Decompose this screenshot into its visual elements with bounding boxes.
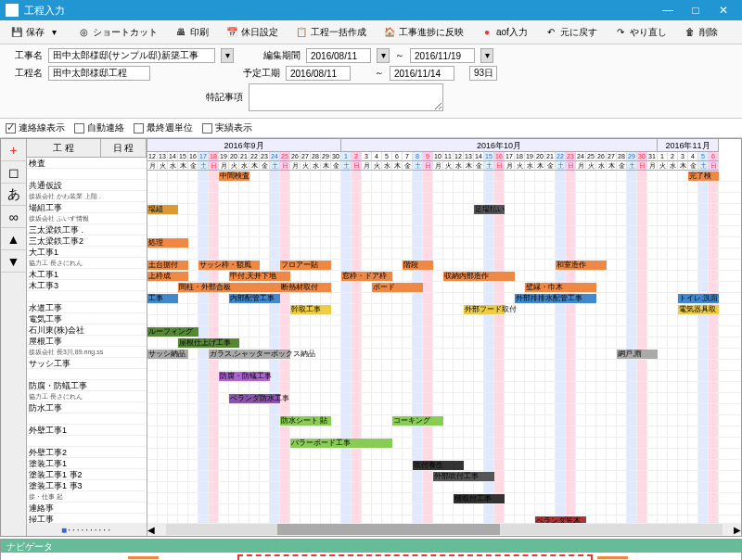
delete-button[interactable]: 🗑削除 — [677, 23, 724, 42]
schedule-field[interactable] — [48, 66, 150, 81]
gantt-bar[interactable]: 中間検査 — [219, 172, 249, 181]
reflect-button[interactable]: 🏠工事進捗に反映 — [377, 23, 470, 42]
plan-from-field[interactable] — [286, 66, 351, 81]
note-field[interactable] — [249, 83, 443, 111]
task-row[interactable]: 塗装工事1 — [27, 458, 147, 469]
task-row[interactable]: 場組工事 — [27, 202, 147, 213]
gantt-bar[interactable]: 和室造作 — [556, 261, 607, 270]
gantt-bar[interactable]: ベランダ笠木 — [535, 516, 586, 523]
navigator-body[interactable] — [1, 553, 741, 560]
gantt-bar[interactable]: 吹付養生 — [413, 461, 464, 470]
task-row[interactable] — [27, 169, 147, 180]
task-row[interactable]: 検査 — [27, 158, 147, 169]
undo-button[interactable]: ↶元に戻す — [538, 23, 604, 42]
task-row[interactable] — [27, 414, 147, 425]
task-row[interactable]: 電気工事 — [27, 313, 147, 325]
gantt-bar[interactable]: サッシ納品 — [147, 350, 188, 359]
gantt-bar[interactable]: バラーボード工事 — [290, 439, 392, 448]
task-row[interactable]: 塗装工事1 事3 — [27, 480, 147, 491]
task-row[interactable]: 三太梁鉄工事 . — [27, 224, 147, 235]
task-scroll-slider[interactable]: ■ ·········· — [27, 523, 147, 536]
gantt-bar[interactable]: ボード — [372, 283, 423, 292]
gantt-bar[interactable]: 内部配管工事 — [229, 294, 280, 303]
gantt-bar[interactable]: ガラス,シャッターボックス納品 — [209, 350, 290, 359]
gantt-bar[interactable]: 足場払い — [474, 205, 505, 214]
task-row[interactable]: 接坂会社 長3川,89.nng.ss — [27, 347, 147, 358]
gantt-bar[interactable]: サッシ枠・額風 — [198, 261, 260, 270]
batch-button[interactable]: 📋工程一括作成 — [288, 23, 373, 42]
col-schedule[interactable]: 日 程 — [101, 139, 147, 157]
gantt-bar[interactable]: 幹取工事 — [290, 305, 331, 314]
gantt-bar[interactable]: 防腐・防蟻工事 — [219, 372, 270, 381]
task-row[interactable]: 協力工 長さにれん — [27, 391, 147, 402]
gantt-bar[interactable]: 土台据付 — [147, 261, 188, 270]
gantt-bar[interactable]: 間柱・外部合板 — [178, 283, 280, 292]
move-down-button[interactable]: ▼ — [1, 250, 26, 273]
add-process-button[interactable]: + — [1, 139, 26, 161]
gantt-bar[interactable]: 外部フード取付 — [464, 305, 505, 314]
project-dropdown[interactable]: ▾ — [221, 48, 234, 63]
gantt-bar[interactable]: トイレ,洗面 — [678, 294, 719, 303]
gantt-bar[interactable]: 電気器具取 — [678, 305, 719, 314]
project-field[interactable] — [48, 48, 215, 63]
gantt-bar[interactable]: 樋取付工事 — [454, 494, 505, 503]
task-row[interactable]: サッシ工事 — [27, 358, 147, 369]
holiday-button[interactable]: 📅休日設定 — [219, 23, 285, 42]
edit-from-field[interactable] — [306, 48, 371, 63]
navigator-selection[interactable] — [237, 554, 593, 560]
gantt-bar[interactable]: 窓枠・ドア枠 — [341, 272, 392, 281]
task-row[interactable]: 接・仕事 起 — [27, 491, 147, 503]
task-row[interactable]: 大工事1 — [27, 247, 147, 258]
link-tool[interactable]: ∞ — [1, 206, 26, 228]
gantt-bar[interactable]: 防水シート 貼 — [280, 416, 331, 426]
gantt-hscrollbar[interactable]: ◀▶ — [147, 523, 741, 536]
gantt-bar[interactable]: 完了検 — [688, 172, 719, 181]
gantt-bar[interactable]: 上枠成 — [147, 272, 188, 281]
task-row[interactable]: 塗装工事1 事2 — [27, 469, 147, 480]
task-row[interactable]: 水道工事 — [27, 302, 147, 313]
plan-to-field[interactable] — [390, 66, 454, 81]
task-row[interactable] — [27, 369, 147, 380]
gantt-bar[interactable]: 網戸,雨 — [617, 350, 658, 359]
task-row[interactable]: 連絡事 — [27, 503, 147, 514]
aof-button[interactable]: ●aof入力 — [474, 23, 534, 42]
gantt-bar[interactable]: 外部排排水配管工事 — [515, 294, 596, 303]
close-button[interactable]: ✕ — [710, 2, 736, 19]
opt-linkline[interactable]: 連絡線表示 — [6, 121, 65, 134]
task-row[interactable]: 共通仮設 — [27, 180, 147, 191]
redo-button[interactable]: ↷やり直し — [608, 23, 673, 42]
edit-to-dropdown[interactable]: ▾ — [480, 48, 493, 63]
task-row[interactable] — [27, 436, 147, 447]
task-row[interactable]: 石川東(株)会社 — [27, 325, 147, 336]
task-row[interactable]: 木工事3 — [27, 280, 147, 291]
gantt-bar[interactable]: 屋根仕上げ工事 — [178, 338, 239, 348]
edit-from-dropdown[interactable]: ▾ — [377, 48, 390, 63]
task-row[interactable]: 防水工事 — [27, 402, 147, 414]
opt-autolink[interactable]: 自動連絡 — [74, 121, 124, 134]
print-button[interactable]: 🖶印刷 — [168, 23, 215, 42]
edit-to-field[interactable] — [410, 48, 475, 63]
opt-actual[interactable]: 実績表示 — [202, 121, 252, 134]
task-row[interactable]: 三太梁鉄工事2 — [27, 235, 147, 247]
task-row[interactable]: 木工事1 — [27, 269, 147, 280]
gantt-chart[interactable]: 2016年9月2016年10月2016年11月 1213141516171819… — [147, 139, 741, 536]
task-row[interactable]: 接坂会社 かわ装業 上階 . — [27, 191, 147, 202]
gantt-bar[interactable]: 壁縁・巾木 — [525, 283, 596, 292]
move-up-button[interactable]: ▲ — [1, 228, 26, 250]
shortcut-button[interactable]: ◎ショートカット — [70, 23, 164, 42]
task-row[interactable]: 接坂会社 ふいす情報 — [27, 213, 147, 224]
minimize-button[interactable]: — — [655, 2, 681, 19]
gantt-bar[interactable]: 甲付,天井下地 — [229, 272, 290, 281]
gantt-bar[interactable]: ルーフィング — [147, 327, 198, 337]
gantt-bar[interactable]: 場組 — [147, 205, 178, 214]
select-tool[interactable]: ◻ — [1, 161, 26, 184]
gantt-bar[interactable]: 階段 — [403, 261, 433, 270]
task-row[interactable]: 屋根工事 — [27, 336, 147, 347]
gantt-bar[interactable]: ベランダ防水工事 — [229, 394, 280, 403]
gantt-bar[interactable]: 処理 — [147, 238, 188, 248]
gantt-bar[interactable]: フロアー貼 — [280, 261, 331, 270]
col-process[interactable]: 工 程 — [27, 139, 101, 157]
maximize-button[interactable]: □ — [683, 2, 709, 19]
gantt-bar[interactable]: 工事 — [147, 294, 178, 303]
gantt-bar[interactable]: コーキング — [392, 416, 443, 426]
